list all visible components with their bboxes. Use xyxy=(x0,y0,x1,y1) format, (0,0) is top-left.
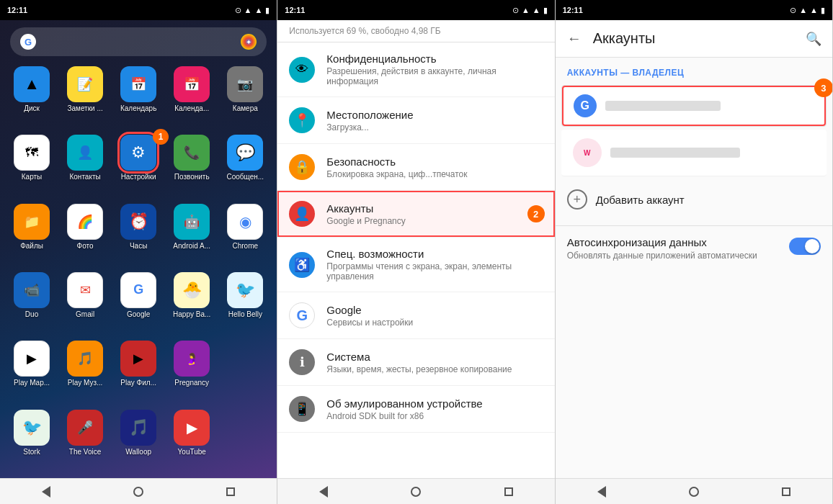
app-contacts-icon: 👤 xyxy=(67,135,103,171)
app-notes[interactable]: 📝 Заметки ... xyxy=(61,66,110,130)
app-android[interactable]: 🤖 Android A... xyxy=(167,204,216,268)
settings-privacy[interactable]: 👁 Конфиденциальность Разрешения, действи… xyxy=(277,42,554,97)
time-accounts: 12:11 xyxy=(563,6,583,14)
search-bar[interactable]: G ✦ xyxy=(10,27,267,56)
settings-accounts[interactable]: 👤 Аккаунты Google и Pregnancy 2 xyxy=(277,191,554,238)
app-pregnancy-icon: 🤰 xyxy=(174,341,210,377)
app-duo-icon: 📹 xyxy=(14,272,50,308)
app-calendar2[interactable]: 📅 Календа... xyxy=(167,66,216,130)
settings-security[interactable]: 🔒 Безопасность Блокировка экрана, циф...… xyxy=(277,144,554,191)
privacy-icon: 👁 xyxy=(289,57,315,83)
wifi-icon-a: ▲ xyxy=(799,6,807,14)
step2-badge: 2 xyxy=(527,205,545,222)
status-icons-home: ⊙ ▲ ▲ ▮ xyxy=(235,6,270,15)
second-account-row[interactable]: W xyxy=(561,130,827,176)
app-clock[interactable]: ⏰ Часы xyxy=(114,204,163,268)
google-desc: Сервисы и настройки xyxy=(326,318,543,328)
app-photo[interactable]: 🌈 Фото xyxy=(61,204,110,268)
app-files-icon: 📁 xyxy=(14,204,50,240)
app-chrome[interactable]: ◉ Chrome xyxy=(220,204,270,268)
time-home: 12:11 xyxy=(7,6,27,14)
autosync-toggle[interactable] xyxy=(789,238,821,255)
app-stork-icon: 🐦 xyxy=(14,410,50,446)
app-playfilm[interactable]: ▶ Play Фил... xyxy=(114,341,163,405)
search-button-accounts[interactable]: 🔍 xyxy=(801,26,827,52)
signal-icon: ▲ xyxy=(254,6,262,14)
app-camera-label: Камера xyxy=(233,104,258,113)
settings-list: 👁 Конфиденциальность Разрешения, действи… xyxy=(277,42,554,478)
empty-slot xyxy=(220,341,257,405)
app-gmail-label: Gmail xyxy=(76,310,94,319)
app-duo[interactable]: 📹 Duo xyxy=(7,272,56,336)
app-walloop[interactable]: 🎵 Walloop xyxy=(114,410,163,474)
app-pregnancy[interactable]: 🤰 Pregnancy xyxy=(167,341,216,405)
app-maps[interactable]: 🗺 Карты xyxy=(7,135,56,199)
app-chrome-label: Chrome xyxy=(233,242,259,251)
privacy-text: Конфиденциальность Разрешения, действия … xyxy=(326,53,543,86)
location-icon-item: 📍 xyxy=(289,107,315,133)
app-files[interactable]: 📁 Файлы xyxy=(7,204,56,268)
app-gmail[interactable]: ✉ Gmail xyxy=(61,272,110,336)
app-thevoice[interactable]: 🎤 The Voice xyxy=(61,410,110,474)
add-account-row[interactable]: + Добавить аккаунт xyxy=(556,179,832,220)
wifi-icon-s: ▲ xyxy=(522,6,530,14)
app-settings[interactable]: ⚙ Настройки 1 xyxy=(114,135,163,199)
recent-button-settings[interactable] xyxy=(499,482,519,502)
system-desc: Языки, время, жесты, резервное копирован… xyxy=(326,364,543,374)
app-playmarket-label: Play Map... xyxy=(14,379,50,387)
settings-emulated[interactable]: 📱 Об эмулированном устройстве Android SD… xyxy=(277,386,554,433)
step3-badge: 3 xyxy=(814,78,832,97)
app-google[interactable]: G Google xyxy=(114,272,163,336)
back-button-home[interactable] xyxy=(36,482,56,502)
security-title: Безопасность xyxy=(326,156,543,168)
app-calendar1-label: Календарь xyxy=(120,104,156,113)
google-account-row[interactable]: G 3 xyxy=(561,85,827,127)
app-chrome-icon: ◉ xyxy=(227,204,263,240)
system-icon: ℹ xyxy=(289,349,315,375)
app-usage-desc: Используется 69 %, свободно 4,98 ГБ xyxy=(289,26,543,36)
app-calendar2-label: Календа... xyxy=(174,104,209,113)
app-playmarket[interactable]: ▶ Play Map... xyxy=(7,341,56,405)
app-calendar1[interactable]: 📅 Календарь xyxy=(114,66,163,130)
google-account-email xyxy=(605,101,721,111)
app-usage-header: Используется 69 %, свободно 4,98 ГБ xyxy=(277,20,554,42)
mic-icon[interactable]: ✦ xyxy=(241,34,257,50)
settings-accessibility[interactable]: ♿ Спец. возможности Программы чтения с э… xyxy=(277,238,554,292)
app-disk[interactable]: ▲ Диск xyxy=(7,66,56,130)
app-youtube[interactable]: ▶ YouTube xyxy=(167,410,216,474)
app-playmusic[interactable]: 🎵 Play Муз... xyxy=(61,341,110,405)
battery-icon: ▮ xyxy=(265,6,270,15)
home-button-acnav[interactable] xyxy=(684,482,704,502)
app-messages-icon: 💬 xyxy=(227,135,263,171)
app-phone[interactable]: 📞 Позвонить xyxy=(167,135,216,199)
app-photo-label: Фото xyxy=(77,242,94,251)
panel-accounts: 12:11 ⊙ ▲ ▲ ▮ ← Аккаунты 🔍 АККАУНТЫ — ВЛ… xyxy=(556,0,833,504)
home-button-home[interactable] xyxy=(128,482,148,502)
settings-google[interactable]: G Google Сервисы и настройки xyxy=(277,292,554,339)
security-text: Безопасность Блокировка экрана, циф...тп… xyxy=(326,156,543,179)
autosync-desc: Обновлять данные приложений автоматическ… xyxy=(567,251,778,261)
home-bg: G ✦ ▲ Диск 📝 Заметки ... 📅 Календарь 📅 К… xyxy=(0,20,277,478)
app-clock-icon: ⏰ xyxy=(120,204,156,240)
app-hellobelly[interactable]: 🐦 Hello Belly xyxy=(220,272,270,336)
back-button-acnav[interactable] xyxy=(592,482,612,502)
back-button-accounts[interactable]: ← xyxy=(561,26,587,52)
app-stork[interactable]: 🐦 Stork xyxy=(7,410,56,474)
app-camera[interactable]: 📷 Камера xyxy=(220,66,270,130)
settings-location[interactable]: 📍 Местоположение Загрузка... xyxy=(277,97,554,144)
app-contacts[interactable]: 👤 Контакты xyxy=(61,135,110,199)
recent-button-acnav[interactable] xyxy=(776,482,796,502)
home-button-settings[interactable] xyxy=(406,482,426,502)
app-messages[interactable]: 💬 Сообщен... xyxy=(220,135,270,199)
location-desc: Загрузка... xyxy=(326,122,543,132)
autosync-title: Автосинхронизация данных xyxy=(567,236,778,248)
status-icons-accounts: ⊙ ▲ ▲ ▮ xyxy=(790,6,825,15)
settings-system[interactable]: ℹ Система Языки, время, жесты, резервное… xyxy=(277,339,554,386)
recent-button-home[interactable] xyxy=(220,482,241,502)
app-calendar2-icon: 📅 xyxy=(174,66,210,102)
back-button-settings[interactable] xyxy=(313,482,334,502)
google-account-icon: G xyxy=(574,94,597,117)
app-gmail-icon: ✉ xyxy=(67,272,103,308)
app-happybaby[interactable]: 🐣 Happy Ba... xyxy=(167,272,216,336)
recent-icon-s xyxy=(504,487,513,496)
